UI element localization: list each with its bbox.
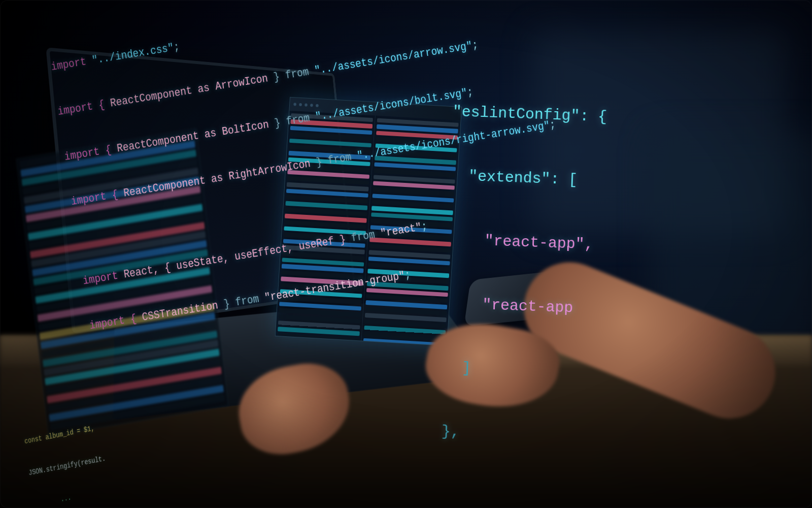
json-key: "eslintConfig": { <box>452 103 607 126</box>
json-key: "extends": [ <box>450 167 578 189</box>
photo-scene: import "../index.css"; import { ReactCom… <box>0 0 812 508</box>
json-bracket: ] <box>444 359 471 377</box>
terminal-line: JSON.stringify(result. <box>28 455 106 478</box>
code-identifier: React, { useState, useEffect, useRef } <box>123 232 347 282</box>
code-punct: ; <box>471 38 479 54</box>
json-value: "react-app", <box>448 231 594 253</box>
code-keyword: } from <box>267 110 316 132</box>
json-value: "react-app <box>446 295 573 317</box>
code-keyword: import { <box>89 310 144 334</box>
code-identifier: ReactComponent as ArrowIcon <box>109 72 269 112</box>
code-string: "../assets/icons/bolt.svg" <box>314 85 468 124</box>
code-keyword: } from <box>267 64 316 86</box>
code-string: "../assets/icons/arrow.svg" <box>314 39 473 79</box>
code-string: "../index.css" <box>91 41 175 69</box>
floating-code-json: "eslintConfig": { "extends": [ "react-ap… <box>439 58 608 490</box>
code-keyword: import { <box>70 186 125 209</box>
code-keyword: import { <box>57 97 112 120</box>
code-identifier: CSSTransition <box>141 298 219 325</box>
code-keyword: import <box>82 268 125 289</box>
code-keyword: import { <box>63 141 118 165</box>
terminal-line: const album_id = $1, <box>24 424 95 446</box>
code-keyword: } from <box>217 291 265 313</box>
code-keyword: import <box>50 54 93 75</box>
terminal-line: ... <box>32 493 72 508</box>
json-bracket: }, <box>441 423 460 440</box>
code-string: "react-transition-group" <box>263 269 405 306</box>
code-identifier: ReactComponent as BoltIcon <box>116 117 269 156</box>
code-string: "react" <box>380 220 423 241</box>
code-keyword: from <box>345 227 382 247</box>
code-identifier: ReactComponent as RightArrowIcon <box>123 156 312 201</box>
code-keyword: } from <box>310 149 358 171</box>
